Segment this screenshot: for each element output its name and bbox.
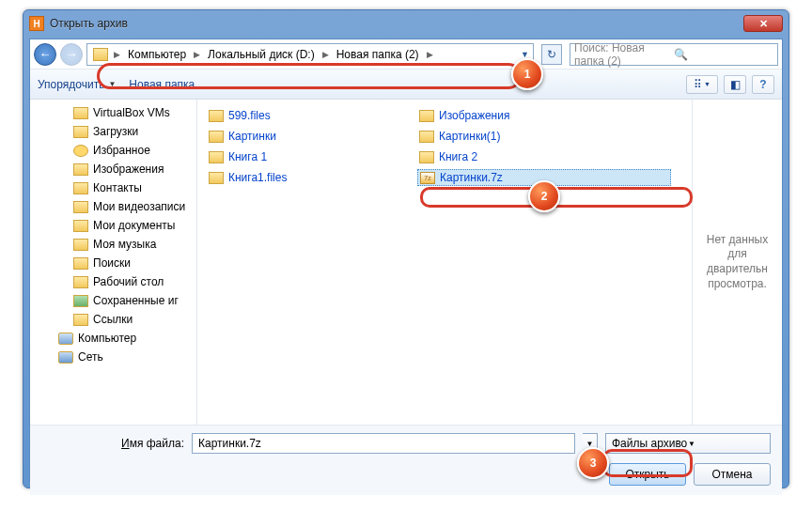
tree-label: Сохраненные иг [93, 294, 179, 307]
open-button[interactable]: Открыть [609, 463, 686, 486]
filetype-filter[interactable]: Файлы архивов(*.zip *.7z *.arj *▼ [605, 433, 771, 454]
file-item[interactable]: Изображения [417, 107, 671, 124]
cancel-button[interactable]: Отмена [694, 463, 771, 486]
computer-icon [58, 333, 73, 345]
back-button[interactable]: ← [34, 43, 56, 66]
folder-icon [93, 48, 108, 61]
file-name: Картинки.7z [440, 171, 503, 184]
file-item[interactable]: Книга 1 [207, 148, 395, 165]
folder-icon [73, 220, 88, 232]
chevron-down-icon: ▼ [108, 80, 116, 88]
bottom-panel: Имя файла: Картинки.7z ▼ Файлы архивов(*… [30, 425, 782, 495]
chevron-down-icon[interactable]: ▼ [519, 50, 531, 59]
file-name: Книга1.files [228, 171, 287, 184]
tree-label: Сеть [78, 350, 103, 364]
tree-item[interactable]: Изображения [30, 160, 196, 178]
refresh-button[interactable]: ↻ [541, 44, 562, 65]
file-name: Изображения [439, 109, 509, 122]
tree-item[interactable]: Контакты [30, 178, 196, 197]
tree-label: Контакты [93, 181, 142, 194]
filename-value: Картинки.7z [198, 437, 261, 450]
forward-button[interactable]: → [60, 43, 83, 66]
tree-label: Ссылки [93, 313, 133, 326]
file-item[interactable]: Картинки(1) [417, 128, 671, 145]
tree-item[interactable]: Избранное [30, 141, 196, 160]
folder-icon [419, 110, 434, 122]
tree-item[interactable]: Поиски [30, 254, 196, 272]
annotation-badge-1: 1 [511, 58, 543, 90]
nav-tree[interactable]: VirtualBox VMs Загрузки Избранное Изобра… [30, 100, 197, 425]
tree-label: Избранное [93, 144, 150, 157]
folder-icon [419, 151, 434, 163]
folder-icon [73, 163, 88, 176]
breadcrumb[interactable]: ▶ Компьютер ▶ Локальный диск (D:) ▶ Нова… [86, 43, 534, 66]
tree-item[interactable]: Загрузки [30, 122, 196, 141]
folder-icon [73, 107, 88, 119]
network-icon [58, 351, 73, 364]
tree-item[interactable]: Ссылки [30, 310, 196, 329]
folder-icon [73, 239, 88, 251]
archive-icon: 7z [420, 172, 435, 184]
saved-icon [73, 295, 88, 307]
tree-item[interactable]: Рабочий стол [30, 272, 196, 291]
toolbar: Упорядочить ▼ Новая папка ⠿ ▼ ◧ ? [30, 70, 782, 100]
file-item[interactable]: Книга1.files [207, 169, 395, 186]
tree-label: Изображения [93, 163, 164, 176]
filename-label: Имя файла: [41, 437, 184, 450]
tree-item-computer[interactable]: Компьютер [30, 329, 196, 348]
preview-pane: Нет данных для дварительн просмотра. [692, 100, 782, 425]
file-item[interactable]: 599.files [207, 107, 395, 124]
view-mode-button[interactable]: ⠿ ▼ [686, 75, 718, 94]
chevron-right-icon: ▶ [112, 50, 122, 59]
folder-icon [73, 182, 88, 194]
star-icon [73, 145, 88, 157]
file-name: Картинки [228, 130, 276, 143]
search-input[interactable]: Поиск: Новая папка (2) 🔍 [570, 43, 778, 66]
file-list[interactable]: 599.files Картинки Книга 1 Книга1.files … [197, 100, 692, 425]
tree-item-network[interactable]: Сеть [30, 348, 196, 366]
folder-icon [73, 257, 88, 270]
chevron-down-icon: ▼ [688, 440, 764, 448]
tree-label: Рабочий стол [93, 275, 164, 288]
breadcrumb-segment[interactable]: Локальный диск (D:) [202, 48, 320, 61]
tree-item[interactable]: Мои видеозаписи [30, 197, 196, 216]
tree-label: Мои документы [93, 219, 175, 232]
dialog-window: H Открыть архив ✕ ← → ▶ Компьютер ▶ Лока… [23, 9, 789, 488]
titlebar: H Открыть архив ✕ [23, 10, 789, 37]
folder-icon [209, 110, 224, 122]
folder-icon [73, 314, 88, 326]
chevron-right-icon: ▶ [192, 50, 202, 59]
breadcrumb-segment[interactable]: Новая папка (2) [331, 48, 425, 61]
folder-icon [419, 131, 434, 143]
tree-item[interactable]: Сохраненные иг [30, 291, 196, 310]
folder-icon [209, 172, 224, 184]
filename-input[interactable]: Картинки.7z [192, 433, 575, 454]
organize-label: Упорядочить [38, 78, 104, 91]
folder-icon [73, 201, 88, 213]
tree-item[interactable]: Мои документы [30, 216, 196, 235]
cancel-label: Отмена [711, 468, 752, 481]
annotation-badge-2: 2 [528, 180, 560, 212]
tree-label: Загрузки [93, 125, 138, 138]
file-item[interactable]: Картинки [207, 128, 395, 145]
close-button[interactable]: ✕ [743, 15, 783, 32]
tree-item[interactable]: Моя музыка [30, 235, 196, 254]
organize-menu[interactable]: Упорядочить ▼ [38, 78, 116, 91]
new-folder-button[interactable]: Новая папка [129, 78, 195, 91]
open-label: Открыть [625, 468, 669, 481]
folder-icon [209, 131, 224, 143]
window-body: ← → ▶ Компьютер ▶ Локальный диск (D:) ▶ … [29, 39, 783, 482]
file-item[interactable]: Книга 2 [417, 148, 671, 165]
preview-pane-button[interactable]: ◧ [724, 75, 746, 94]
search-icon: 🔍 [674, 48, 773, 61]
nav-row: ← → ▶ Компьютер ▶ Локальный диск (D:) ▶ … [30, 39, 782, 70]
filter-text: Файлы архивов(*.zip *.7z *.arj * [612, 437, 688, 450]
search-placeholder: Поиск: Новая папка (2) [574, 41, 674, 68]
tree-item[interactable]: VirtualBox VMs [30, 103, 196, 122]
breadcrumb-segment[interactable]: Компьютер [122, 48, 192, 61]
file-name: Картинки(1) [439, 130, 501, 143]
folder-icon [73, 126, 88, 138]
tree-label: Компьютер [78, 332, 136, 345]
badge-number: 3 [590, 457, 597, 470]
help-button[interactable]: ? [752, 75, 774, 94]
